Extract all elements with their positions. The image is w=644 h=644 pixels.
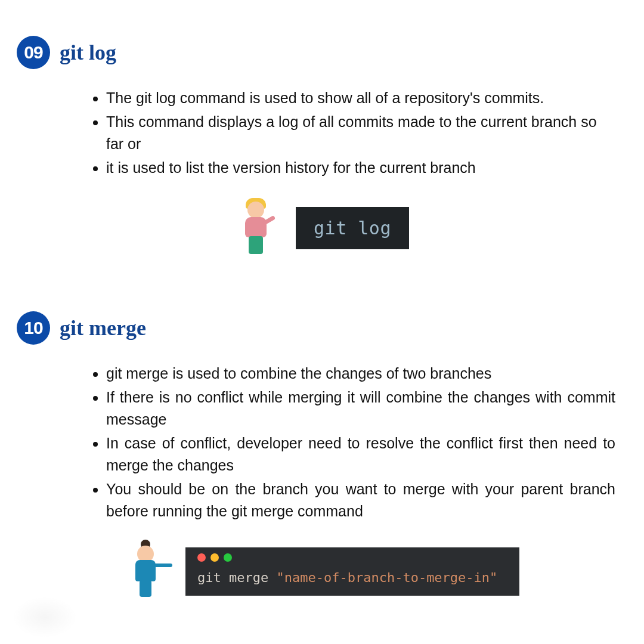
number-badge: 09 [17, 36, 50, 69]
maximize-dot-icon [224, 553, 232, 562]
person-illustration-icon [235, 198, 277, 258]
section-header: 09 git log [17, 36, 627, 69]
terminal-snippet: git merge "name-of-branch-to-merge-in" [185, 547, 519, 596]
bullet-list: The git log command is used to show all … [106, 87, 615, 179]
list-item: it is used to list the version history f… [106, 157, 615, 179]
bullet-list: git merge is used to combine the changes… [106, 363, 615, 523]
list-item: git merge is used to combine the changes… [106, 363, 615, 385]
section-title: git merge [60, 315, 146, 340]
terminal-snippet: git log [296, 207, 409, 249]
list-item: If there is no conflict while merging it… [106, 386, 615, 431]
demo-row: git merge "name-of-branch-to-merge-in" [17, 542, 627, 602]
terminal-argument: "name-of-branch-to-merge-in" [276, 570, 497, 585]
terminal-command: git merge [197, 570, 268, 585]
minimize-dot-icon [210, 553, 219, 562]
window-traffic-lights-icon [197, 553, 507, 562]
close-dot-icon [197, 553, 206, 562]
person-illustration-icon [125, 542, 166, 602]
section-git-log: 09 git log The git log command is used t… [17, 36, 627, 258]
list-item: You should be on the branch you want to … [106, 478, 615, 523]
section-header: 10 git merge [17, 311, 627, 345]
section-title: git log [60, 40, 116, 65]
section-git-merge: 10 git merge git merge is used to combin… [17, 311, 627, 602]
terminal-command-line: git merge "name-of-branch-to-merge-in" [197, 570, 507, 585]
list-item: This command displays a log of all commi… [106, 111, 615, 156]
list-item: In case of conflict, developer need to r… [106, 432, 615, 477]
decorative-blur-icon [12, 596, 78, 638]
list-item: The git log command is used to show all … [106, 87, 615, 110]
number-badge: 10 [17, 311, 50, 345]
demo-row: git log [17, 198, 627, 258]
